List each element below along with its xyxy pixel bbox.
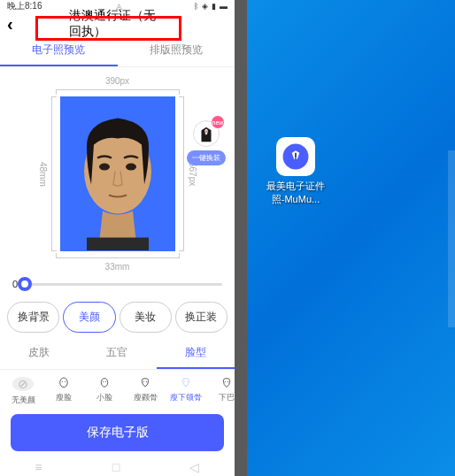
svg-point-2 (99, 163, 110, 170)
win-accent-panel (448, 150, 455, 327)
windows-desktop[interactable]: 最美电子证件照-MuMu... (247, 0, 455, 476)
wifi-icon: ◈ (202, 2, 208, 11)
svg-point-19 (297, 153, 298, 155)
face-icon (133, 377, 158, 388)
tab-beauty[interactable]: 美颜 (63, 302, 115, 333)
svg-point-12 (146, 381, 147, 382)
tab-makeup[interactable]: 美妆 (120, 302, 172, 333)
svg-point-16 (228, 381, 228, 382)
category-tabs: 换背景 美颜 美妆 换正装 (0, 296, 235, 338)
face-icon (174, 377, 198, 388)
battery-icon: ▬ (220, 2, 228, 11)
svg-point-8 (101, 379, 107, 388)
face-icon (51, 377, 76, 388)
face-shape-options: ⊘ 无美颜 瘦脸 小脸 瘦颧骨 瘦下颌骨 下巴 (0, 370, 235, 407)
change-outfit-button[interactable]: 一键换装 (187, 150, 226, 165)
subtab-face-shape[interactable]: 脸型 (157, 338, 235, 369)
svg-rect-4 (87, 237, 149, 251)
option-jaw[interactable]: 瘦下颌骨 (166, 377, 205, 403)
dimension-height-mm: 48mm (38, 162, 48, 187)
back-button[interactable]: ‹ (7, 14, 13, 35)
phone-screen: 晚上8:16 ◬ ᛒ ◈ ▮ ▬ ‹ 港澳通行证（无回执） 电子照预览 排版照预… (0, 0, 235, 476)
nav-recent[interactable]: ≡ (35, 460, 42, 474)
android-nav-bar: ≡ □ ◁ (0, 458, 235, 476)
id-photo[interactable] (60, 96, 175, 251)
option-slim-face[interactable]: 瘦脸 (44, 377, 83, 403)
subtab-features[interactable]: 五官 (78, 338, 156, 369)
dimension-width-px: 390px (105, 76, 129, 86)
svg-point-15 (225, 381, 226, 382)
save-button[interactable]: 保存电子版 (11, 414, 224, 451)
page-title: 港澳通行证（无回执） (58, 6, 176, 42)
option-cheekbone[interactable]: 瘦颧骨 (126, 377, 165, 403)
svg-point-10 (105, 381, 106, 382)
face-icon (92, 377, 117, 388)
none-icon: ⊘ (12, 377, 34, 391)
intensity-slider[interactable] (25, 283, 222, 286)
svg-point-11 (143, 381, 144, 382)
nav-back[interactable]: ◁ (189, 460, 199, 474)
nav-home[interactable]: □ (112, 460, 120, 474)
outfit-widget: new 一键换装 (187, 120, 226, 165)
new-badge: new (212, 116, 224, 128)
window-divider (235, 0, 247, 476)
svg-point-18 (293, 153, 295, 155)
svg-point-13 (184, 381, 185, 382)
tab-background[interactable]: 换背景 (7, 302, 59, 333)
option-chin[interactable]: 下巴 (207, 377, 235, 403)
app-icon (276, 137, 315, 176)
desktop-app-label: 最美电子证件照-MuMu... (260, 180, 331, 206)
suit-icon (197, 124, 216, 143)
svg-rect-20 (295, 153, 297, 157)
svg-point-7 (65, 381, 66, 382)
bluetooth-icon: ᛒ (194, 2, 198, 11)
svg-point-5 (60, 378, 67, 388)
app-header: ‹ 港澳通行证（无回执） (0, 12, 235, 35)
option-none[interactable]: ⊘ 无美颜 (4, 377, 42, 403)
subtab-skin[interactable]: 皮肤 (0, 338, 78, 369)
sub-category-tabs: 皮肤 五官 脸型 (0, 338, 235, 370)
svg-point-14 (187, 381, 188, 382)
tab-outfit[interactable]: 换正装 (175, 302, 228, 333)
option-small-face[interactable]: 小脸 (85, 377, 124, 403)
svg-point-9 (103, 381, 104, 382)
outfit-preview[interactable]: new (193, 120, 220, 147)
slider-thumb[interactable] (18, 277, 32, 291)
intensity-slider-row: 0 (0, 272, 235, 296)
svg-point-6 (62, 381, 63, 382)
status-time: 晚上8:16 (7, 0, 42, 12)
photo-preview: 390px 48mm (0, 67, 235, 272)
svg-point-3 (126, 163, 136, 170)
desktop-app-shortcut[interactable]: 最美电子证件照-MuMu... (265, 137, 327, 206)
dimension-width-mm: 33mm (105, 262, 130, 272)
signal-icon: ▮ (212, 2, 216, 11)
face-icon (214, 377, 235, 388)
